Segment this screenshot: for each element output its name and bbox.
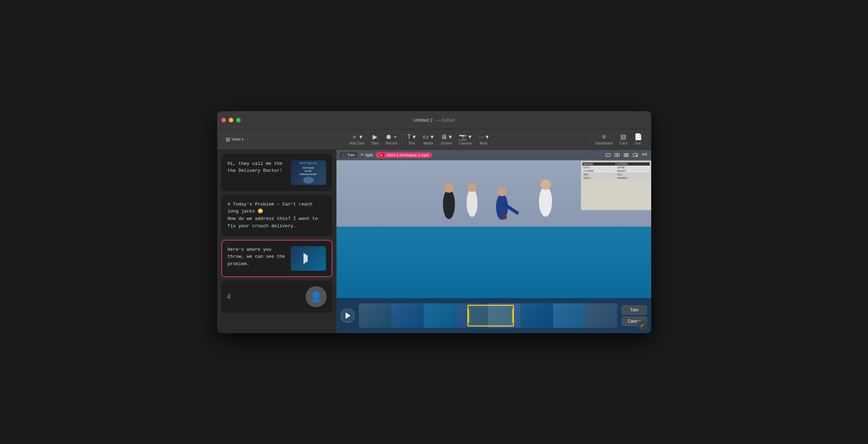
frame-7 bbox=[553, 303, 585, 328]
frame-3 bbox=[423, 303, 456, 328]
card-button[interactable]: ▤ Card bbox=[616, 129, 631, 149]
add-card-button[interactable]: ＋ ▾ Add Card bbox=[346, 134, 368, 145]
green-surface bbox=[336, 227, 651, 298]
trim-video-btn[interactable]: ⬚ Trim bbox=[339, 152, 358, 158]
svg-rect-13 bbox=[624, 154, 626, 156]
svg-rect-15 bbox=[627, 154, 628, 156]
avatar: 👤 bbox=[306, 286, 327, 307]
card-3-thumbnail bbox=[291, 246, 326, 271]
layout-full-icon[interactable] bbox=[604, 152, 612, 158]
record-button[interactable]: ⏺ ▾ Record bbox=[382, 134, 400, 145]
add-icon: ＋ ▾ bbox=[351, 134, 362, 140]
svg-rect-10 bbox=[606, 154, 610, 156]
close-button[interactable] bbox=[221, 118, 226, 122]
file-badge: ▶ client-1-technique-1.mp4 bbox=[376, 152, 432, 158]
separator bbox=[590, 134, 590, 145]
layout-bar-icon[interactable] bbox=[641, 152, 648, 158]
timeline-bar: Trim Cancel ⤢ bbox=[336, 298, 651, 333]
cards-panel: Hi, they call me the the Delivery Doctor… bbox=[217, 150, 336, 333]
play-icon: ▶ bbox=[373, 134, 378, 140]
timeline-selection[interactable] bbox=[467, 305, 514, 327]
card-number: 4 bbox=[227, 292, 231, 301]
chevron-down-icon: ▾ bbox=[242, 137, 243, 141]
svg-point-5 bbox=[498, 187, 506, 196]
layout-icons bbox=[604, 152, 648, 158]
card-2-text: # Today's Problem ~ Can't reach long jac… bbox=[228, 201, 326, 230]
card-3[interactable]: Here's where you throw, we can see the p… bbox=[221, 240, 332, 277]
view-toggle[interactable]: ⊞ View ▾ bbox=[223, 135, 247, 144]
svg-rect-18 bbox=[642, 154, 647, 155]
maximize-button[interactable] bbox=[236, 118, 241, 122]
media-icon: ▭ ▾ bbox=[423, 134, 434, 140]
camera-icon: 📷 ▾ bbox=[459, 134, 472, 140]
svg-point-0 bbox=[443, 189, 455, 219]
bowling-scene: MAGGIE DOREEN SUE C JAYNE YVONNE WENDY J… bbox=[336, 150, 651, 298]
sidebar-icon: ⊞ bbox=[226, 136, 230, 143]
card-1-text: Hi, they call me the the Delivery Doctor… bbox=[228, 160, 287, 175]
doc-button[interactable]: 📄 Doc bbox=[631, 129, 646, 149]
frame-8 bbox=[585, 303, 617, 328]
layout-thirds-icon[interactable] bbox=[622, 152, 630, 158]
text-icon: T ▾ bbox=[407, 134, 416, 140]
window-title: Untitled 2 — Edited bbox=[413, 117, 455, 123]
svg-point-3 bbox=[467, 182, 476, 191]
record-icon: ⏺ ▾ bbox=[386, 134, 397, 140]
card-2[interactable]: # Today's Problem ~ Can't reach long jac… bbox=[221, 195, 332, 236]
title-bar: Untitled 2 — Edited bbox=[217, 111, 651, 129]
toolbar: ⊞ View ▾ ＋ ▾ Add Card ▶ Start ⏺ ▾ Record bbox=[217, 129, 651, 150]
play-icon bbox=[346, 312, 350, 319]
play-button[interactable] bbox=[341, 309, 355, 323]
svg-rect-17 bbox=[636, 155, 637, 156]
frame-2 bbox=[391, 303, 423, 328]
separator bbox=[248, 134, 248, 145]
svg-point-2 bbox=[466, 188, 477, 217]
card-icon: ▤ bbox=[620, 134, 626, 140]
dashboard-button[interactable]: ≡ Dashboard bbox=[592, 129, 616, 149]
scene-svg bbox=[336, 150, 651, 231]
book-top: MVP Sports bbox=[299, 161, 317, 165]
card-1-thumbnail: MVP Sports Get Fixed!by theDelivery Doct… bbox=[291, 160, 326, 185]
scissors-icon: ✂ bbox=[361, 153, 364, 157]
trim-cursor-icon: ⬚ bbox=[342, 153, 346, 157]
text-button[interactable]: T ▾ Text bbox=[404, 134, 420, 145]
screen-button[interactable]: 🖥 ▾ Screen bbox=[437, 134, 455, 145]
video-top-bar: ⬚ Trim ✂ Split ▶ client-1-technique-1.mp… bbox=[336, 150, 651, 160]
svg-rect-11 bbox=[615, 154, 617, 156]
frame-1 bbox=[359, 303, 391, 328]
video-panel: MAGGIE DOREEN SUE C JAYNE YVONNE WENDY J… bbox=[336, 150, 651, 333]
svg-rect-12 bbox=[617, 154, 619, 156]
start-button[interactable]: ▶ Start bbox=[368, 134, 382, 145]
card-1[interactable]: Hi, they call me the the Delivery Doctor… bbox=[221, 154, 332, 191]
doc-icon: 📄 bbox=[634, 134, 642, 140]
svg-point-8 bbox=[540, 179, 550, 189]
split-btn[interactable]: ✂ Split bbox=[361, 153, 373, 157]
card-3-text: Here's where you throw, we can see the p… bbox=[228, 246, 287, 268]
fullscreen-button[interactable]: ⤢ bbox=[637, 321, 647, 330]
minimize-button[interactable] bbox=[229, 118, 233, 122]
avatar-sm: 👤 bbox=[303, 177, 314, 183]
svg-point-9 bbox=[502, 215, 507, 219]
app-window: Untitled 2 — Edited ⊞ View ▾ ＋ ▾ Add Car… bbox=[217, 111, 651, 333]
dashboard-icon: ≡ bbox=[602, 134, 606, 140]
camera-button[interactable]: 📷 ▾ Camera bbox=[455, 134, 475, 145]
layout-split-icon[interactable] bbox=[613, 152, 621, 158]
svg-rect-14 bbox=[626, 154, 627, 156]
main-content: Hi, they call me the the Delivery Doctor… bbox=[217, 150, 651, 333]
frame-6 bbox=[521, 303, 553, 328]
fullscreen-icon: ⤢ bbox=[640, 323, 644, 328]
card-4[interactable]: 4 👤 bbox=[221, 281, 332, 313]
trim-handle-left[interactable] bbox=[468, 309, 469, 323]
view-label: View bbox=[232, 137, 241, 142]
media-button[interactable]: ▭ ▾ Media bbox=[419, 134, 437, 145]
more-button[interactable]: ··· ▾ More bbox=[475, 134, 492, 145]
trim-confirm-btn[interactable]: Trim bbox=[622, 305, 647, 315]
timeline-track[interactable] bbox=[359, 303, 618, 328]
svg-point-1 bbox=[444, 183, 454, 193]
trim-handle-right[interactable] bbox=[512, 309, 514, 323]
layout-pip-icon[interactable] bbox=[632, 152, 639, 158]
avatar-icon: 👤 bbox=[310, 291, 322, 302]
book-subtitle: Get Fixed!by theDelivery Doctor bbox=[300, 166, 317, 176]
traffic-lights bbox=[221, 118, 241, 122]
screen-icon: 🖥 ▾ bbox=[441, 134, 452, 140]
separator bbox=[402, 134, 402, 145]
